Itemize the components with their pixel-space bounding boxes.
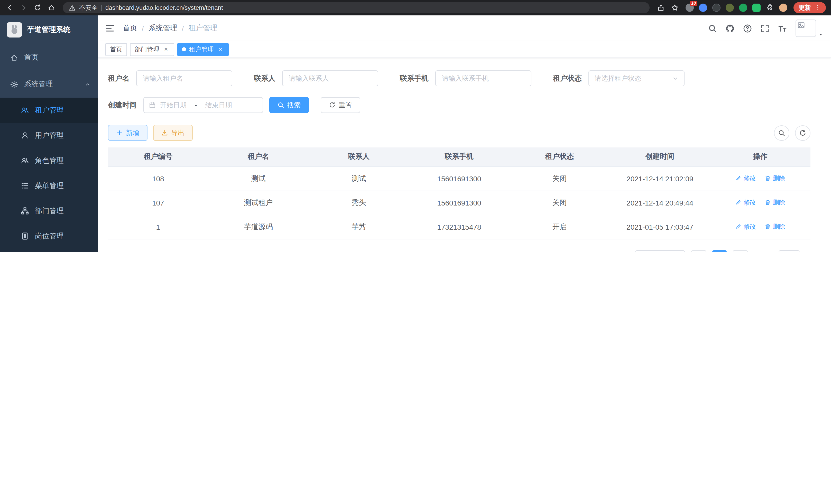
- sidebar-item-menu[interactable]: 菜单管理: [0, 173, 98, 198]
- close-icon[interactable]: ×: [217, 46, 224, 53]
- sidebar-item-home[interactable]: 首页: [0, 44, 98, 71]
- col-tenant-id: 租户编号: [108, 147, 208, 167]
- profile-avatar-icon[interactable]: [779, 4, 787, 12]
- bookmark-star-icon[interactable]: [670, 3, 679, 12]
- tenant-name-label: 租户名: [108, 74, 130, 83]
- extension-chat-icon[interactable]: [752, 4, 761, 12]
- cell-created: 2021-01-05 17:03:47: [610, 215, 710, 239]
- app-logo[interactable]: 芋道管理系统: [0, 16, 98, 44]
- edit-link[interactable]: 修改: [736, 223, 756, 231]
- tags-view: 首页 部门管理 × 租户管理 ×: [98, 41, 831, 58]
- fullscreen-icon[interactable]: [761, 24, 769, 33]
- user-menu[interactable]: [796, 20, 823, 37]
- sidebar-item-role[interactable]: 角色管理: [0, 148, 98, 173]
- delete-link[interactable]: 删除: [765, 198, 785, 207]
- collapse-sidebar-icon[interactable]: [105, 24, 115, 33]
- contact-input[interactable]: [282, 70, 378, 86]
- sidebar-item-user[interactable]: 用户管理: [0, 123, 98, 148]
- next-page-button[interactable]: [733, 250, 748, 252]
- extensions-puzzle-icon[interactable]: [766, 4, 774, 12]
- extension-icon-3[interactable]: [712, 4, 720, 12]
- github-icon[interactable]: [726, 24, 735, 33]
- url-text[interactable]: dashboard.yudao.iocoder.cn/system/tenant: [105, 4, 223, 11]
- tenant-name-input[interactable]: [136, 70, 232, 86]
- breadcrumb-system[interactable]: 系统管理: [148, 24, 177, 33]
- extension-icon-4[interactable]: [726, 4, 734, 12]
- page-size-select[interactable]: 10条/页: [635, 250, 685, 252]
- prev-page-button[interactable]: [691, 250, 706, 252]
- cell-tenant-id: 1: [108, 215, 208, 239]
- sidebar-item-dept[interactable]: 部门管理: [0, 198, 98, 224]
- sidebar: 芋道管理系统 首页 系统管理 租户管理: [0, 16, 98, 252]
- cell-mobile: 17321315478: [409, 215, 510, 239]
- delete-link[interactable]: 删除: [765, 174, 785, 183]
- tag-home[interactable]: 首页: [105, 43, 127, 56]
- trash-icon: [765, 224, 771, 230]
- pencil-icon: [736, 224, 742, 230]
- hide-search-button[interactable]: [774, 125, 790, 141]
- cell-mobile: 15601691300: [409, 190, 510, 215]
- security-label[interactable]: 不安全: [79, 3, 98, 12]
- update-label: 更新: [799, 3, 811, 12]
- share-icon[interactable]: [656, 3, 665, 12]
- filter-status: 租户状态 请选择租户状态: [553, 70, 685, 86]
- export-button[interactable]: 导出: [153, 125, 193, 141]
- refresh-table-button[interactable]: [795, 125, 810, 141]
- delete-link[interactable]: 删除: [765, 223, 785, 231]
- org-chart-icon: [21, 207, 29, 215]
- sidebar-item-dict[interactable]: 字典管理: [0, 249, 98, 252]
- reload-icon[interactable]: [33, 3, 42, 12]
- current-page-button[interactable]: 1: [712, 250, 727, 252]
- end-date-placeholder: 结束日期: [205, 100, 232, 110]
- sidebar-item-tenant[interactable]: 租户管理: [0, 98, 98, 123]
- extension-icon-5[interactable]: [739, 4, 747, 12]
- goto-page-input[interactable]: [779, 250, 800, 252]
- status-select[interactable]: 请选择租户状态: [589, 70, 685, 86]
- close-icon[interactable]: ×: [163, 46, 170, 53]
- home-icon[interactable]: [47, 3, 56, 12]
- create-time-label: 创建时间: [108, 100, 137, 110]
- tag-tenant[interactable]: 租户管理 ×: [177, 43, 229, 56]
- refresh-icon: [799, 129, 806, 137]
- edit-link[interactable]: 修改: [736, 198, 756, 207]
- back-icon[interactable]: [5, 3, 15, 12]
- update-button[interactable]: 更新 ⋮: [794, 2, 826, 13]
- sidebar-item-post[interactable]: 岗位管理: [0, 224, 98, 249]
- sidebar-item-system[interactable]: 系统管理: [0, 71, 98, 98]
- table-row: 1 芋道源码 芋艿 17321315478 开启 2021-01-05 17:0…: [108, 215, 810, 239]
- tag-label: 租户管理: [189, 45, 214, 54]
- logo-rabbit-avatar: [7, 22, 22, 37]
- table-row: 108 测试 测试 15601691300 关闭 2021-12-14 21:0…: [108, 167, 810, 190]
- omnibox-divider: [101, 5, 102, 11]
- cell-created: 2021-12-14 21:02:09: [610, 167, 710, 190]
- sidebar-item-label: 菜单管理: [35, 181, 64, 190]
- table-header-row: 租户编号 租户名 联系人 联系手机 租户状态 创建时间 操作: [108, 147, 810, 167]
- filter-tenant-name: 租户名: [108, 70, 232, 86]
- breadcrumb-home[interactable]: 首页: [123, 24, 137, 33]
- extension-icon-1[interactable]: 10: [686, 4, 694, 12]
- reset-button[interactable]: 重置: [321, 97, 360, 113]
- col-contact: 联系人: [309, 147, 409, 167]
- add-button[interactable]: 新增: [108, 125, 147, 141]
- help-icon[interactable]: [743, 24, 752, 33]
- calendar-icon: [149, 102, 156, 109]
- avatar-broken-image: [796, 20, 816, 37]
- sidebar-item-label: 首页: [24, 53, 38, 62]
- navbar-actions: [708, 20, 823, 37]
- url-bar[interactable]: 不安全 dashboard.yudao.iocoder.cn/system/te…: [63, 2, 650, 13]
- browser-menu-kebab-icon[interactable]: ⋮: [814, 4, 821, 11]
- app-shell: 芋道管理系统 首页 系统管理 租户管理: [0, 16, 831, 252]
- extension-icon-2[interactable]: [699, 4, 707, 12]
- forward-icon[interactable]: [19, 3, 28, 12]
- sidebar-item-label: 用户管理: [35, 131, 64, 140]
- search-icon[interactable]: [708, 24, 717, 33]
- chevron-up-icon: [85, 82, 90, 87]
- date-range-picker[interactable]: 开始日期 - 结束日期: [143, 97, 263, 113]
- mobile-input[interactable]: [435, 70, 532, 86]
- font-size-icon[interactable]: [778, 24, 787, 33]
- cell-tenant-name: 芋道源码: [208, 215, 309, 239]
- search-button[interactable]: 搜索: [269, 97, 309, 113]
- tag-dept[interactable]: 部门管理 ×: [130, 43, 174, 56]
- cell-actions: 修改 删除: [710, 167, 810, 190]
- edit-link[interactable]: 修改: [736, 174, 756, 183]
